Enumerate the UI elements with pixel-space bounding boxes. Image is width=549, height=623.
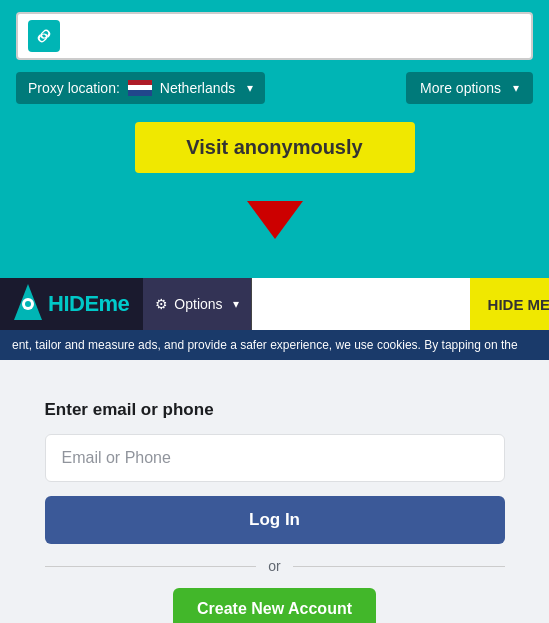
options-label: Options [174,296,222,312]
facebook-login-section: Enter email or phone Log In or Create Ne… [0,360,549,623]
left-divider [45,566,257,567]
controls-row: Proxy location: Netherlands ▾ More optio… [16,72,533,104]
more-options-label: More options [420,80,501,96]
country-name: Netherlands [160,80,236,96]
or-divider: or [45,558,505,574]
arrow-section [0,193,549,278]
email-phone-label: Enter email or phone [45,400,505,420]
cookie-bar: ent, tailor and measure ads, and provide… [0,330,549,360]
or-text: or [268,558,280,574]
hide-me-button[interactable]: HIDE ME [470,278,549,330]
options-button[interactable]: ⚙ Options ▾ [143,278,251,330]
svg-rect-2 [128,90,152,96]
chevron-down-icon: ▾ [513,81,519,95]
chevron-down-icon: ▾ [233,297,239,311]
create-account-button[interactable]: Create New Account [173,588,376,623]
logo-triangle-icon [14,284,42,320]
svg-point-5 [25,301,31,307]
url-bar: https://facebook.com/ [16,12,533,60]
right-divider [293,566,505,567]
email-phone-input[interactable] [45,434,505,482]
proxy-location-select[interactable]: Proxy location: Netherlands ▾ [16,72,265,104]
visit-anonymously-button[interactable]: Visit anonymously [135,122,415,173]
hideme-url-input[interactable]: https://m.facebook.com/ [252,278,470,330]
logo-text: HIDEme [48,291,129,317]
url-input[interactable]: https://facebook.com/ [70,28,521,45]
link-icon [28,20,60,52]
cookie-text: ent, tailor and measure ads, and provide… [12,338,518,352]
hideme-logo: HIDEme [0,278,143,330]
fb-form: Enter email or phone Log In or Create Ne… [45,400,505,623]
gear-icon: ⚙ [155,296,168,312]
proxy-label: Proxy location: [28,80,120,96]
hideme-toolbar: HIDEme ⚙ Options ▾ https://m.facebook.co… [0,278,549,330]
chevron-down-icon: ▾ [247,81,253,95]
login-button[interactable]: Log In [45,496,505,544]
more-options-button[interactable]: More options ▾ [406,72,533,104]
proxy-top-section: https://facebook.com/ Proxy location: Ne… [0,0,549,193]
